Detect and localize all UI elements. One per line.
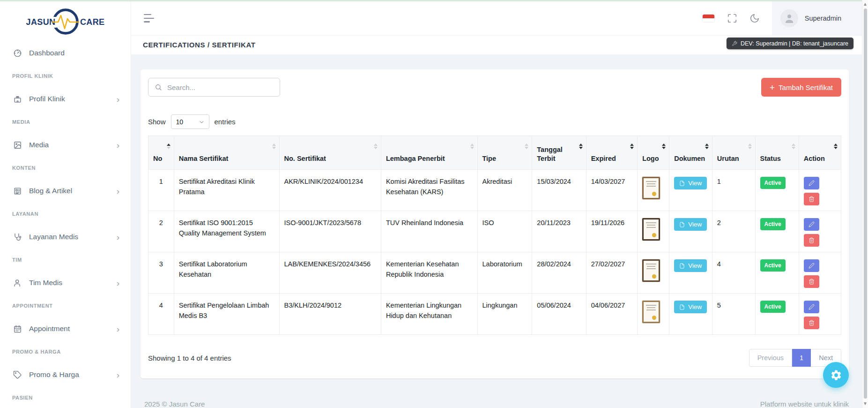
table-row: 4 Sertifikat Pengelolaan Limbah Medis B3… <box>148 294 841 335</box>
sidebar-item-label: Media <box>29 141 49 149</box>
sidebar-item-layanan-medis[interactable]: Layanan Medis › <box>0 226 131 248</box>
column-header-tipe[interactable]: Tipe <box>477 136 532 170</box>
chevron-down-icon <box>199 119 205 125</box>
page-length-value: 10 <box>176 118 184 126</box>
cell-dokumen: View <box>669 252 712 294</box>
column-header-action[interactable]: Action <box>799 136 841 170</box>
fullscreen-icon[interactable] <box>727 13 737 23</box>
edit-button[interactable] <box>804 177 819 189</box>
edit-button[interactable] <box>804 218 819 231</box>
column-header-expired[interactable]: Expired <box>586 136 637 170</box>
delete-button[interactable] <box>804 193 819 205</box>
column-header-status[interactable]: Status <box>755 136 799 170</box>
delete-button[interactable] <box>804 234 819 247</box>
flag-red-stripe <box>703 15 714 18</box>
dark-mode-icon[interactable] <box>749 13 760 23</box>
footer-copyright: 2025 © Jasun Care <box>144 400 205 408</box>
table-row: 1 Sertifikat Akreditasi Klinik Pratama A… <box>148 170 841 211</box>
cell-urutan: 1 <box>712 170 755 211</box>
column-header-nama-sertifikat[interactable]: Nama Sertifikat <box>174 136 279 170</box>
chevron-right-icon: › <box>117 95 119 104</box>
scrollbar-down-arrow[interactable] <box>864 402 867 405</box>
user-menu[interactable]: Superadmin <box>772 1 862 35</box>
certificate-thumbnail <box>642 218 660 241</box>
search-input[interactable] <box>148 78 280 97</box>
column-header-urutan[interactable]: Urutan <box>712 136 755 170</box>
seal-icon <box>652 192 656 196</box>
sidebar-item-label: Appointment <box>29 325 70 333</box>
cell-action <box>799 170 841 211</box>
view-document-button[interactable]: View <box>674 218 707 231</box>
sort-icon <box>630 144 634 149</box>
page-length-select[interactable]: 10 <box>171 114 209 129</box>
plus-icon: + <box>770 83 775 92</box>
settings-fab[interactable] <box>823 362 849 388</box>
delete-button[interactable] <box>804 275 819 288</box>
cell-status: Active <box>755 170 799 211</box>
document-icon <box>679 222 685 227</box>
sidebar-item-tim-medis[interactable]: Tim Medis › <box>0 272 131 294</box>
cell-status: Active <box>755 294 799 335</box>
sidebar-item-profil-klinik[interactable]: Profil Klinik › <box>0 88 131 110</box>
sort-icon <box>579 144 583 149</box>
footer-tagline: Platform website untuk klinik <box>760 400 849 408</box>
column-header-lembaga-penerbit[interactable]: Lembaga Penerbit <box>381 136 477 170</box>
image-icon <box>13 141 22 150</box>
certificate-thumbnail <box>642 177 660 199</box>
view-document-button[interactable]: View <box>674 301 707 313</box>
cell-no: 3 <box>148 252 174 294</box>
sort-icon <box>470 144 474 149</box>
scrollbar-up-arrow[interactable] <box>864 3 867 6</box>
column-header-logo[interactable]: Logo <box>638 136 669 170</box>
document-icon <box>679 263 685 269</box>
sidebar-item-blog-artikel[interactable]: Blog & Artikel › <box>0 180 131 202</box>
sidebar-section-media: MEDIA <box>0 110 131 134</box>
view-document-button[interactable]: View <box>674 177 707 189</box>
column-header-no[interactable]: No <box>148 136 174 170</box>
delete-button[interactable] <box>804 317 819 329</box>
chevron-right-icon: › <box>117 233 119 242</box>
sidebar-section-layanan: LAYANAN <box>0 202 131 226</box>
seal-icon <box>652 233 656 237</box>
sidebar-item-promo-harga[interactable]: Promo & Harga › <box>0 363 131 386</box>
table-summary: Showing 1 to 4 of 4 entries <box>148 354 231 362</box>
dashboard-icon <box>13 49 22 58</box>
cell-tipe: Akreditasi <box>477 170 532 211</box>
wrench-icon <box>732 41 737 46</box>
sidebar-item-dashboard[interactable]: Dashboard <box>0 42 131 64</box>
language-flag-button[interactable] <box>702 14 715 23</box>
sidebar-item-label: Promo & Harga <box>29 370 79 379</box>
sidebar-item-appointment[interactable]: Appointment › <box>0 317 131 340</box>
sidebar-item-media[interactable]: Media › <box>0 134 131 156</box>
sidebar-section-promo-harga: PROMO & HARGA <box>0 340 131 363</box>
sort-icon <box>662 144 666 149</box>
pagination-page-1[interactable]: 1 <box>792 349 811 367</box>
edit-button[interactable] <box>804 301 819 313</box>
cell-dokumen: View <box>669 211 712 252</box>
view-document-button[interactable]: View <box>674 259 707 272</box>
cell-nama: Sertifikat Laboratorium Kesehatan <box>174 252 279 294</box>
chevron-right-icon: › <box>117 187 119 196</box>
column-header-tanggal-terbit[interactable]: Tanggal Terbit <box>532 136 586 170</box>
scrollbar[interactable] <box>862 0 868 408</box>
scrollbar-thumb[interactable] <box>864 8 867 399</box>
trash-icon <box>809 196 815 202</box>
cell-expired: 04/06/2027 <box>586 294 637 335</box>
cell-dokumen: View <box>669 294 712 335</box>
cell-action <box>799 252 841 294</box>
dev-environment-badge: DEV: Superadmin | DB: tenant_jasuncare <box>727 38 853 49</box>
add-certificate-button[interactable]: + Tambah Sertifikat <box>761 78 841 97</box>
menu-toggle-button[interactable] <box>144 14 155 23</box>
pagination-previous-button[interactable]: Previous <box>749 349 792 367</box>
show-label: Show <box>148 118 166 126</box>
cell-lembaga: TUV Rheinland Indonesia <box>381 211 477 252</box>
search-field <box>148 78 280 97</box>
edit-button[interactable] <box>804 259 819 272</box>
cell-no-sertifikat: B3/KLH/2024/9012 <box>279 294 381 335</box>
add-certificate-label: Tambah Sertifikat <box>779 83 833 91</box>
brand-logo[interactable]: JASUN CARE <box>0 1 131 42</box>
cell-lembaga: Kementerian Lingkungan Hidup dan Kehutan… <box>381 294 477 335</box>
column-header-dokumen[interactable]: Dokumen <box>669 136 712 170</box>
cell-tipe: Laboratorium <box>477 252 532 294</box>
column-header-no-sertifikat[interactable]: No. Sertifikat <box>279 136 381 170</box>
